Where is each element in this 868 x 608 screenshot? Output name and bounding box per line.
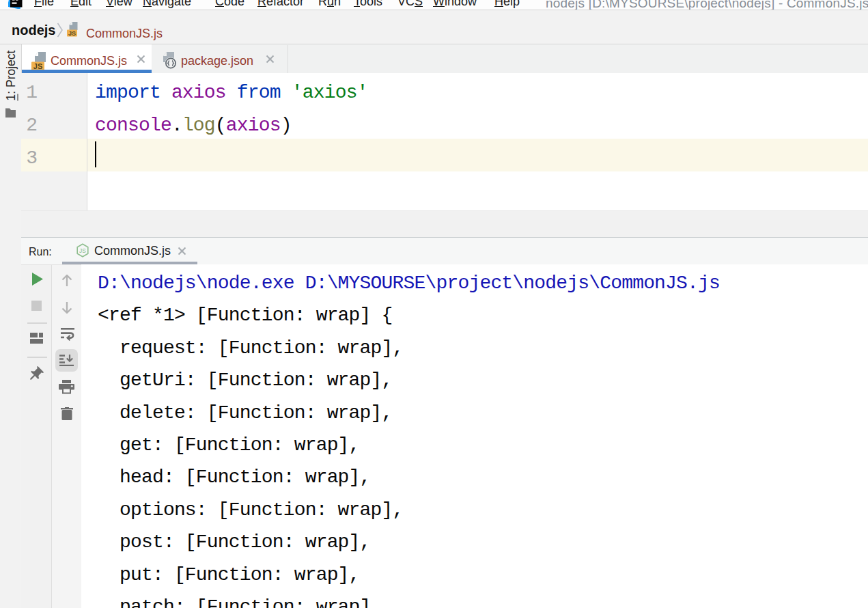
svg-text:JS: JS	[33, 62, 42, 70]
svg-text:JS: JS	[68, 30, 76, 37]
svg-text:JS: JS	[79, 247, 86, 254]
